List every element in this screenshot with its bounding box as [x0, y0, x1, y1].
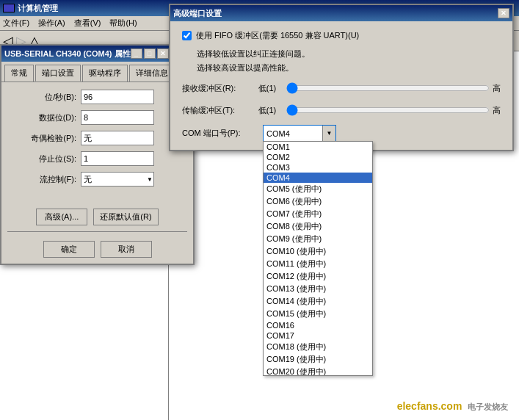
com-port-dropdown[interactable]: COM1 COM2 COM3 COM4 COM5 (使用中) COM6 (使用中…	[263, 141, 373, 376]
com-option-com14[interactable]: COM14 (使用中)	[264, 295, 372, 308]
fifo-content: 使用 FIFO 缓冲区(需要 16550 兼容 UART)(U) 选择较低设置以…	[170, 21, 512, 150]
com-option-com13[interactable]: COM13 (使用中)	[264, 283, 372, 295]
minimize-button[interactable]: _	[131, 48, 142, 59]
receive-buffer-max: 高	[493, 83, 501, 94]
tab-driver[interactable]: 驱动程序	[82, 65, 128, 82]
bg-title: 计算机管理	[18, 3, 58, 14]
data-bits-input[interactable]	[81, 110, 154, 125]
com-port-select-wrapper: COM4 ▼ COM1 COM2 COM3 COM4 COM5 (使用中) CO…	[263, 125, 336, 141]
fifo-checkbox-label: 使用 FIFO 缓冲区(需要 16550 兼容 UART)(U)	[196, 30, 359, 41]
receive-buffer-label: 接收缓冲区(R):	[182, 83, 248, 94]
properties-dialog: USB-SERIAL CH340 (COM4) 属性 _ □ ✕ 常规 端口设置…	[0, 44, 195, 265]
fifo-dialog: 高级端口设置 ✕ 使用 FIFO 缓冲区(需要 16550 兼容 UART)(U…	[169, 4, 514, 151]
transmit-buffer-value: 低(1)	[253, 105, 282, 116]
com-option-com2[interactable]: COM2	[264, 152, 372, 162]
fifo-close-button[interactable]: ✕	[498, 8, 509, 18]
bits-per-second-label: 位/秒(B):	[10, 92, 76, 103]
bits-per-second-input[interactable]	[81, 90, 154, 104]
restore-defaults-button[interactable]: 还原默认值(R)	[93, 209, 158, 225]
data-bits-label: 数据位(D):	[10, 112, 76, 123]
stop-bits-input[interactable]	[81, 151, 154, 166]
tab-port-settings[interactable]: 端口设置	[35, 65, 81, 82]
flow-control-label: 流控制(F):	[10, 174, 76, 185]
com-option-com18[interactable]: COM18 (使用中)	[264, 341, 372, 353]
stop-bits-row: 停止位(S):	[10, 151, 184, 166]
props-title: USB-SERIAL CH340 (COM4) 属性	[4, 48, 131, 59]
transmit-buffer-row: 传输缓冲区(T): 低(1) 高	[182, 103, 501, 117]
com-option-com9[interactable]: COM9 (使用中)	[264, 233, 372, 245]
menu-file[interactable]: 文件(F)	[3, 18, 29, 29]
data-bits-select-wrapper	[81, 110, 154, 125]
fifo-titlebar: 高级端口设置 ✕	[170, 5, 512, 21]
stop-bits-label: 停止位(S):	[10, 153, 76, 164]
com-option-com8[interactable]: COM8 (使用中)	[264, 220, 372, 233]
com-port-label: COM 端口号(P):	[182, 128, 263, 139]
com-option-com7[interactable]: COM7 (使用中)	[264, 208, 372, 220]
com-option-com15[interactable]: COM15 (使用中)	[264, 308, 372, 320]
com-option-com19[interactable]: COM19 (使用中)	[264, 353, 372, 366]
props-content: 位/秒(B): 数据位(D): 奇偶检验(P): 停止位(S): 流控制(F):…	[1, 82, 193, 200]
props-action-buttons: 高级(A)... 还原默认值(R)	[1, 203, 193, 231]
transmit-buffer-max: 高	[493, 105, 501, 116]
watermark: elecfans.com 电子发烧友	[397, 400, 508, 413]
com-option-com11[interactable]: COM11 (使用中)	[264, 258, 372, 270]
titlebar-buttons: _ □ ✕	[131, 48, 169, 59]
menu-help[interactable]: 帮助(H)	[109, 18, 137, 29]
com-option-com4[interactable]: COM4	[264, 173, 372, 183]
advanced-button[interactable]: 高级(A)...	[36, 209, 87, 225]
fifo-checkbox-row: 使用 FIFO 缓冲区(需要 16550 兼容 UART)(U)	[182, 30, 501, 41]
flow-control-select-wrapper: ▼	[81, 172, 154, 187]
tab-general[interactable]: 常规	[4, 65, 34, 82]
com-option-com20[interactable]: COM20 (使用中)	[264, 366, 372, 376]
com-option-com1[interactable]: COM1	[264, 142, 372, 152]
data-bits-row: 数据位(D):	[10, 110, 184, 125]
transmit-buffer-label: 传输缓冲区(T):	[182, 105, 248, 116]
maximize-button[interactable]: □	[144, 48, 156, 59]
fifo-hint1: 选择较低设置以纠正连接问题。	[182, 48, 501, 59]
parity-row: 奇偶检验(P):	[10, 131, 184, 145]
close-button[interactable]: ✕	[157, 48, 169, 59]
watermark-text: 电子发烧友	[468, 402, 508, 411]
receive-buffer-value: 低(1)	[253, 83, 282, 94]
com-option-com6[interactable]: COM6 (使用中)	[264, 195, 372, 208]
com-option-com16[interactable]: COM16	[264, 320, 372, 330]
ok-button[interactable]: 确定	[43, 241, 95, 258]
props-ok-cancel-buttons: 确定 取消	[1, 235, 193, 264]
transmit-buffer-slider[interactable]	[286, 103, 490, 117]
watermark-site: elecfans.com	[397, 400, 462, 412]
com-port-selected-value: COM4	[266, 129, 290, 138]
com-option-com5[interactable]: COM5 (使用中)	[264, 183, 372, 195]
fifo-checkbox[interactable]	[182, 31, 192, 40]
tab-details[interactable]: 详细信息	[129, 65, 175, 82]
receive-buffer-row: 接收缓冲区(R): 低(1) 高	[182, 81, 501, 95]
fifo-title: 高级端口设置	[173, 8, 222, 19]
props-titlebar: USB-SERIAL CH340 (COM4) 属性 _ □ ✕	[1, 46, 193, 62]
computer-icon	[3, 4, 15, 12]
com-port-display[interactable]: COM4 ▼	[263, 125, 336, 141]
com-option-com10[interactable]: COM10 (使用中)	[264, 245, 372, 258]
fifo-titlebar-buttons: ✕	[498, 8, 509, 18]
menu-action[interactable]: 操作(A)	[38, 18, 65, 29]
fifo-hint2: 选择较高设置以提高性能。	[182, 62, 501, 73]
com-port-row: COM 端口号(P): COM4 ▼ COM1 COM2 COM3 COM4 C…	[182, 125, 501, 141]
receive-buffer-slider[interactable]	[286, 81, 490, 95]
com-dropdown-arrow-icon: ▼	[322, 126, 335, 141]
parity-input[interactable]	[81, 131, 154, 145]
com-option-com12[interactable]: COM12 (使用中)	[264, 270, 372, 283]
com-option-com3[interactable]: COM3	[264, 162, 372, 173]
flow-control-row: 流控制(F): ▼	[10, 172, 184, 187]
parity-label: 奇偶检验(P):	[10, 133, 76, 144]
props-tabs: 常规 端口设置 驱动程序 详细信息	[1, 62, 193, 82]
menu-view[interactable]: 查看(V)	[74, 18, 101, 29]
com-option-com17[interactable]: COM17	[264, 330, 372, 341]
flow-control-input[interactable]	[81, 172, 154, 187]
bits-per-second-row: 位/秒(B):	[10, 90, 184, 104]
cancel-button[interactable]: 取消	[101, 241, 152, 258]
